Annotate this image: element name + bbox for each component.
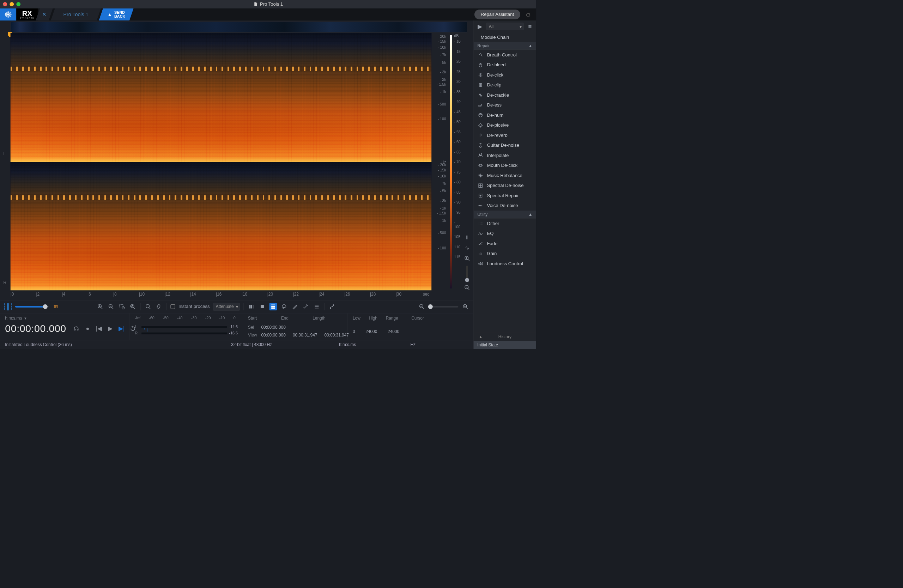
module-breath-control[interactable]: Breath Control bbox=[474, 50, 536, 60]
module-mouth-de-click[interactable]: Mouth De-click bbox=[474, 160, 536, 171]
module-de-ess[interactable]: ssDe-ess bbox=[474, 100, 536, 110]
top-bar: RX STANDARD ✕ Pro Tools 1 ▲ SEND BACK Re… bbox=[0, 8, 536, 20]
db-tick: - 105 bbox=[454, 230, 461, 239]
brush-tool-icon[interactable] bbox=[291, 303, 299, 310]
view-blend-slider[interactable] bbox=[15, 306, 49, 308]
menu-icon[interactable]: ≡ bbox=[526, 23, 534, 30]
play-selection-icon[interactable]: ▶| bbox=[118, 325, 125, 332]
svg-line-24 bbox=[134, 307, 135, 309]
utility-section-header[interactable]: Utility▲ bbox=[474, 211, 536, 219]
collapse-icon: ▲ bbox=[529, 44, 533, 49]
module-spectral-de-noise[interactable]: Spectral De-noise bbox=[474, 181, 536, 191]
module-fade[interactable]: Fade bbox=[474, 239, 536, 249]
module-eq[interactable]: EQ bbox=[474, 229, 536, 239]
freq-range[interactable]: 24000 bbox=[388, 329, 399, 334]
spectrogram-icon[interactable]: ∿ bbox=[463, 245, 470, 251]
module-interpolate[interactable]: Interpolate bbox=[474, 150, 536, 160]
module-de-plosive[interactable]: De-plosive bbox=[474, 120, 536, 130]
lasso-tool-icon[interactable] bbox=[280, 303, 288, 310]
freq-tick: - 10k bbox=[438, 174, 446, 178]
harmonic-select-icon[interactable] bbox=[313, 303, 320, 310]
minimize-window-icon[interactable] bbox=[9, 2, 14, 6]
send-back-button[interactable]: ▲ SEND BACK bbox=[99, 8, 133, 20]
zoom-in-h-icon[interactable] bbox=[462, 303, 469, 310]
module-gain[interactable]: Gain bbox=[474, 249, 536, 259]
zoom-selection-icon[interactable] bbox=[118, 303, 126, 310]
close-tab-button[interactable]: ✕ bbox=[36, 8, 53, 20]
timecode-display[interactable]: 00:00:00.000 bbox=[5, 323, 66, 334]
zoom-in-vert-icon[interactable] bbox=[463, 255, 470, 261]
spectrogram-left[interactable] bbox=[11, 33, 432, 162]
chevron-down-icon[interactable]: ▼ bbox=[24, 316, 27, 320]
time-format-label[interactable]: h:m:s.ms bbox=[5, 316, 22, 321]
spectrogram-right[interactable] bbox=[11, 162, 432, 291]
module-de-crackle[interactable]: De-crackle bbox=[474, 90, 536, 100]
arrow-up-icon: ▲ bbox=[107, 12, 112, 17]
svg-rect-31 bbox=[271, 306, 275, 308]
module-de-click[interactable]: De-click bbox=[474, 70, 536, 80]
horizontal-zoom-slider[interactable] bbox=[429, 306, 458, 308]
svg-text:ss: ss bbox=[478, 104, 482, 107]
zoom-in-icon[interactable] bbox=[96, 303, 104, 310]
module-label: Fade bbox=[487, 241, 498, 246]
module-spectral-repair[interactable]: Spectral Repair bbox=[474, 190, 536, 201]
module-label: De-crackle bbox=[487, 93, 509, 98]
freq-tick: - 500 bbox=[437, 102, 446, 107]
hand-tool-icon[interactable] bbox=[155, 303, 163, 310]
view-end[interactable]: 00:00:31.947 bbox=[293, 333, 317, 338]
waveform-icon[interactable]: ⫴ bbox=[463, 234, 470, 241]
sel-start[interactable]: 00:00:00.000 bbox=[261, 325, 285, 330]
spectrogram-mode-icon[interactable]: ≋ bbox=[52, 303, 59, 310]
freq-high[interactable]: 24000 bbox=[365, 329, 377, 334]
frequency-axis: Hz - 20k- 15k- 10k- 7k- 5k- 3k- 2k- 1.5k… bbox=[431, 33, 448, 291]
chevron-up-icon[interactable]: ▲ bbox=[479, 334, 483, 339]
module-filter-select[interactable]: All bbox=[486, 23, 524, 30]
deselect-icon[interactable] bbox=[328, 303, 335, 310]
play-icon[interactable]: ▶ bbox=[107, 325, 114, 332]
waveform-mode-icon[interactable]: ┆║┆ bbox=[4, 303, 12, 310]
module-music-rebalance[interactable]: Music Rebalance bbox=[474, 170, 536, 181]
zoom-out-h-icon[interactable] bbox=[418, 303, 425, 310]
headphones-icon[interactable] bbox=[73, 325, 80, 332]
zoom-out-vert-icon[interactable] bbox=[463, 285, 470, 291]
skip-back-icon[interactable]: |◀ bbox=[95, 325, 103, 332]
rect-select-tool[interactable] bbox=[258, 303, 266, 310]
history-item[interactable]: Initial State bbox=[474, 341, 536, 349]
repair-section-header[interactable]: Repair▲ bbox=[474, 42, 536, 50]
vertical-zoom-slider[interactable] bbox=[466, 266, 468, 280]
zoom-fit-icon[interactable] bbox=[129, 303, 137, 310]
module-de-bleed[interactable]: De-bleed bbox=[474, 60, 536, 70]
module-loudness-control[interactable]: Loudness Control bbox=[474, 259, 536, 269]
play-chain-icon[interactable]: ▶ bbox=[476, 23, 484, 30]
channel-divider bbox=[0, 162, 474, 162]
view-length[interactable]: 00:00:31.947 bbox=[324, 333, 349, 338]
module-voice-de-noise[interactable]: Voice De-noise bbox=[474, 201, 536, 211]
module-label: De-bleed bbox=[487, 62, 506, 68]
repair-assistant-button[interactable]: Repair Assistant bbox=[474, 9, 520, 19]
module-guitar-de-noise[interactable]: Guitar De-noise bbox=[474, 140, 536, 151]
hand-wave-icon[interactable] bbox=[524, 11, 532, 18]
wand-tool-icon[interactable] bbox=[302, 303, 309, 310]
overview-toggle-icon[interactable]: ⌄⌃ bbox=[3, 3, 6, 7]
module-de-reverb[interactable]: De-reverb bbox=[474, 130, 536, 140]
instant-process-checkbox[interactable] bbox=[170, 304, 175, 309]
zoom-out-icon[interactable] bbox=[107, 303, 115, 310]
file-tab[interactable]: Pro Tools 1 bbox=[51, 8, 101, 20]
db-tick: - 85 bbox=[454, 190, 460, 194]
time-select-tool[interactable] bbox=[248, 303, 255, 310]
view-start[interactable]: 00:00:00.000 bbox=[261, 333, 285, 338]
zoom-tool-icon[interactable] bbox=[144, 303, 152, 310]
maximize-window-icon[interactable] bbox=[16, 2, 20, 6]
spectrogram-view[interactable] bbox=[11, 33, 432, 291]
freq-select-tool[interactable] bbox=[269, 303, 277, 310]
module-de-clip[interactable]: De-clip bbox=[474, 80, 536, 90]
db-tick: - 115 bbox=[454, 250, 461, 259]
process-mode-select[interactable]: Attenuate bbox=[213, 303, 240, 310]
module-chain-button[interactable]: Module Chain bbox=[474, 33, 536, 42]
db-tick: - 10 bbox=[454, 39, 460, 44]
freq-low[interactable]: 0 bbox=[353, 329, 355, 334]
record-icon[interactable]: ● bbox=[84, 325, 91, 332]
module-dither[interactable]: Dither bbox=[474, 219, 536, 229]
module-de-hum[interactable]: De-hum bbox=[474, 110, 536, 120]
overview-waveform[interactable] bbox=[11, 22, 467, 33]
